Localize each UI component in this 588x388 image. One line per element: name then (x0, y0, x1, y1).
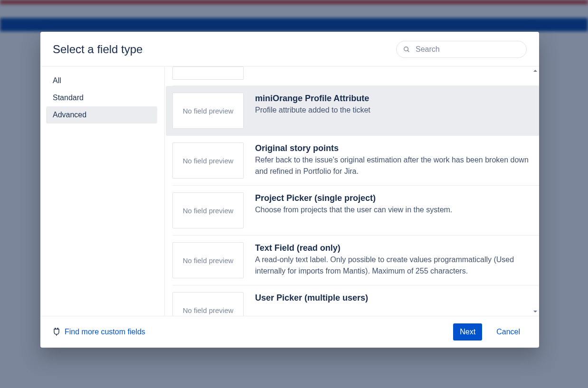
field-title: Text Field (read only) (255, 243, 529, 253)
search-wrap (396, 41, 527, 58)
sidebar-item-label: Standard (53, 94, 84, 102)
sidebar: All Standard Advanced (40, 66, 165, 316)
preview-placeholder: No field preview (183, 157, 234, 165)
plugin-icon (53, 328, 60, 336)
field-text: miniOrange Profile Attribute Profile att… (255, 93, 374, 116)
sidebar-item-label: Advanced (53, 111, 86, 119)
search-icon (403, 46, 410, 53)
field-text: Original story points Refer back to the … (255, 142, 532, 177)
find-more-custom-fields-link[interactable]: Find more custom fields (53, 328, 145, 336)
field-title: Original story points (255, 143, 529, 153)
preview-placeholder: No field preview (183, 207, 234, 215)
dialog-body: All Standard Advanced No field preview m… (40, 66, 539, 316)
field-type-row[interactable]: No field preview Project Picker (single … (172, 186, 539, 236)
field-description: Profile attribute added to the ticket (255, 104, 370, 116)
field-text: Text Field (read only) A read-only text … (255, 242, 532, 277)
field-type-row[interactable]: No field preview Original story points R… (172, 136, 539, 186)
svg-point-0 (404, 47, 408, 51)
preview-placeholder: No field preview (183, 306, 234, 314)
find-more-label: Find more custom fields (65, 328, 145, 336)
field-text: User Picker (multiple users) (255, 292, 372, 304)
field-description: A read-only text label. Only possible to… (255, 254, 529, 277)
sidebar-item-all[interactable]: All (46, 72, 157, 89)
field-preview-box: No field preview (172, 242, 244, 278)
preview-placeholder: No field preview (183, 256, 234, 265)
field-type-list[interactable]: No field preview miniOrange Profile Attr… (165, 66, 539, 316)
dialog-title: Select a field type (53, 43, 142, 56)
field-type-row-prev[interactable] (172, 66, 539, 86)
field-preview-box (172, 66, 244, 80)
sidebar-item-label: All (53, 76, 61, 85)
field-title: User Picker (multiple users) (255, 293, 368, 303)
field-type-row[interactable]: No field preview User Picker (multiple u… (172, 285, 539, 316)
dialog-header: Select a field type (40, 32, 539, 66)
select-field-type-dialog: Select a field type All Standard Advance… (40, 32, 539, 348)
field-preview-box: No field preview (172, 93, 244, 129)
field-text: Project Picker (single project) Choose f… (255, 192, 456, 216)
sidebar-item-standard[interactable]: Standard (46, 89, 157, 106)
next-button[interactable]: Next (453, 323, 482, 341)
field-preview-box: No field preview (172, 192, 244, 228)
field-preview-box: No field preview (172, 142, 244, 179)
search-input[interactable] (396, 41, 527, 58)
preview-placeholder: No field preview (183, 107, 234, 115)
field-description: Refer back to the issue's original estim… (255, 154, 529, 177)
field-type-row[interactable]: No field preview Text Field (read only) … (172, 236, 539, 285)
dialog-footer: Find more custom fields Next Cancel (40, 316, 539, 348)
sidebar-item-advanced[interactable]: Advanced (46, 106, 157, 123)
field-preview-box: No field preview (172, 292, 244, 316)
field-type-row[interactable]: No field preview miniOrange Profile Attr… (166, 86, 539, 136)
footer-actions: Next Cancel (453, 323, 527, 341)
svg-line-1 (408, 50, 409, 52)
field-description: Choose from projects that the user can v… (255, 204, 452, 216)
field-title: miniOrange Profile Attribute (255, 94, 370, 104)
cancel-button[interactable]: Cancel (490, 323, 527, 341)
field-title: Project Picker (single project) (255, 193, 452, 203)
